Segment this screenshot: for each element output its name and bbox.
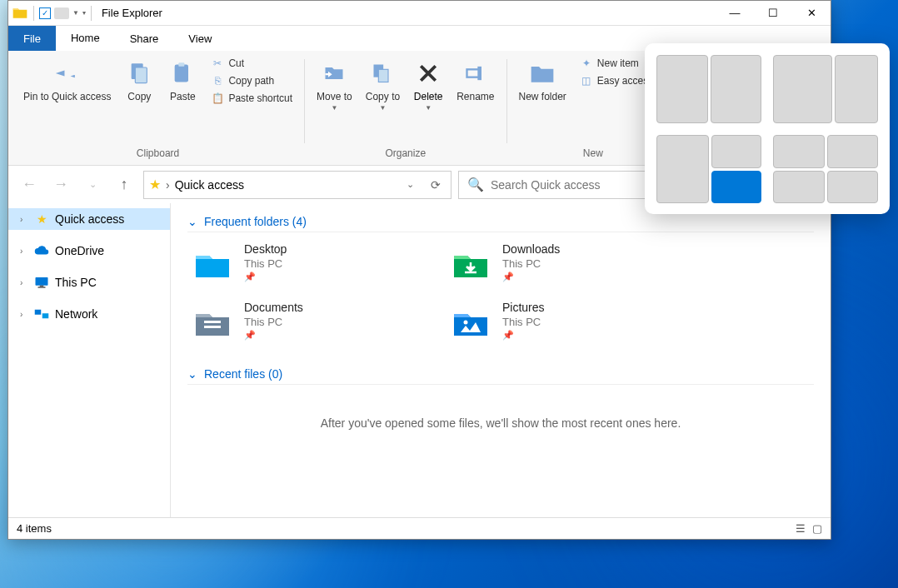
- tab-home[interactable]: Home: [56, 26, 115, 51]
- qat-newfolder-icon[interactable]: [54, 7, 69, 19]
- copypath-button[interactable]: ⎘Copy path: [207, 73, 296, 88]
- svg-rect-13: [42, 313, 49, 318]
- forward-button[interactable]: →: [48, 172, 73, 197]
- chevron-icon[interactable]: ›: [20, 215, 28, 224]
- folder-item[interactable]: Pictures This PC 📌: [446, 297, 679, 347]
- pasteshortcut-button[interactable]: 📋Paste shortcut: [207, 91, 296, 106]
- qat-properties-icon[interactable]: ✓: [39, 7, 51, 19]
- svg-rect-9: [36, 277, 48, 286]
- back-button[interactable]: ←: [17, 172, 42, 197]
- chevron-icon[interactable]: ›: [20, 247, 28, 256]
- delete-icon: [416, 57, 441, 89]
- ribbon-group-organize: Move to▼ Copy to▼ Delete▼ Rename Organiz…: [307, 54, 504, 165]
- qat-dropdown-icon[interactable]: ▼: [72, 9, 79, 17]
- copyto-button[interactable]: Copy to▼: [359, 54, 407, 115]
- chevron-down-icon: ⌄: [187, 367, 197, 381]
- section-frequent-header[interactable]: ⌄ Frequent folders (4): [187, 212, 814, 232]
- svg-point-16: [464, 321, 468, 325]
- sidebar-item-quickaccess[interactable]: › ★ Quick access: [8, 208, 170, 230]
- folder-name: Documents: [244, 301, 303, 314]
- close-button[interactable]: ✕: [792, 1, 831, 26]
- breadcrumb-location[interactable]: Quick access: [175, 178, 244, 192]
- refresh-button[interactable]: ⟳: [426, 178, 446, 192]
- cut-button[interactable]: ✂Cut: [207, 56, 296, 71]
- svg-rect-5: [379, 69, 389, 82]
- chevron-icon[interactable]: ›: [20, 278, 28, 287]
- svg-rect-14: [204, 321, 221, 323]
- folder-icon: [191, 301, 234, 344]
- tab-share[interactable]: Share: [115, 26, 174, 51]
- folder-name: Pictures: [502, 301, 545, 314]
- content-pane: ⌄ Frequent folders (4) Desktop This PC 📌…: [171, 203, 831, 524]
- sidebar-item-onedrive[interactable]: › OneDrive: [8, 240, 170, 262]
- snap-layout-split2-wide[interactable]: [773, 55, 878, 123]
- minimize-button[interactable]: —: [716, 1, 754, 26]
- folder-item[interactable]: Downloads This PC 📌: [446, 239, 679, 289]
- folder-location: This PC: [502, 316, 545, 328]
- pasteshortcut-icon: 📋: [211, 92, 224, 104]
- details-view-button[interactable]: ☰: [796, 522, 806, 535]
- pin-icon: 📌: [502, 330, 545, 341]
- tab-file[interactable]: File: [8, 26, 56, 51]
- folder-name: Desktop: [244, 242, 287, 256]
- newitem-icon: ✦: [580, 57, 593, 69]
- moveto-button[interactable]: Move to▼: [310, 54, 359, 115]
- folder-location: This PC: [244, 316, 303, 328]
- copypath-icon: ⎘: [211, 75, 224, 87]
- svg-rect-3: [179, 62, 185, 67]
- chevron-down-icon: ⌄: [187, 215, 197, 228]
- tab-view[interactable]: View: [173, 26, 227, 51]
- moveto-icon: [322, 57, 346, 89]
- breadcrumb-separator-icon: ›: [166, 178, 170, 192]
- newfolder-icon: [529, 57, 556, 89]
- copy-icon: [127, 57, 151, 89]
- copyto-icon: [371, 57, 394, 89]
- window-title: File Explorer: [102, 7, 162, 19]
- snap-layouts-flyout: [645, 43, 890, 214]
- snap-layout-3col-left[interactable]: [656, 135, 761, 203]
- svg-rect-2: [175, 65, 188, 82]
- paste-icon: [171, 57, 194, 89]
- newfolder-button[interactable]: New folder: [512, 54, 573, 107]
- folder-item[interactable]: Desktop This PC 📌: [187, 239, 421, 289]
- monitor-icon: [33, 276, 50, 289]
- folder-icon: [191, 242, 234, 286]
- recent-empty-message: After you've opened some files, we'll sh…: [187, 391, 814, 455]
- svg-rect-7: [477, 67, 481, 80]
- snap-layout-split2[interactable]: [656, 55, 761, 123]
- folder-item[interactable]: Documents This PC 📌: [187, 297, 421, 347]
- address-dropdown-icon[interactable]: ⌄: [400, 179, 421, 190]
- address-bar[interactable]: ★ › Quick access ⌄ ⟳: [143, 171, 451, 199]
- pin-icon: 📌: [502, 272, 560, 282]
- cloud-icon: [33, 246, 50, 256]
- snap-layout-quad[interactable]: [773, 135, 878, 203]
- qat-customize-icon[interactable]: ▾: [82, 9, 86, 17]
- sidebar-item-network[interactable]: › Network: [8, 303, 170, 325]
- svg-rect-15: [204, 326, 221, 328]
- maximize-button[interactable]: ☐: [754, 1, 792, 26]
- pin-icon: [55, 57, 80, 89]
- sidebar-item-thispc[interactable]: › This PC: [8, 272, 170, 293]
- folder-location: This PC: [502, 257, 560, 270]
- section-recent-header[interactable]: ⌄ Recent files (0): [187, 364, 814, 385]
- folder-icon: [449, 301, 492, 344]
- star-icon: ★: [33, 212, 50, 226]
- easyaccess-icon: ◫: [580, 75, 593, 87]
- pin-icon: 📌: [244, 330, 303, 341]
- copy-button[interactable]: Copy: [117, 54, 161, 107]
- delete-button[interactable]: Delete▼: [407, 54, 450, 115]
- rename-button[interactable]: Rename: [450, 54, 501, 107]
- history-dropdown[interactable]: ⌄: [80, 172, 105, 197]
- folder-location: This PC: [244, 257, 287, 270]
- thumbnails-view-button[interactable]: ▢: [812, 522, 822, 535]
- cut-icon: ✂: [211, 57, 224, 69]
- paste-button[interactable]: Paste: [161, 54, 204, 107]
- chevron-icon[interactable]: ›: [20, 310, 28, 319]
- search-icon: 🔍: [467, 177, 484, 192]
- statusbar: 4 items ☰ ▢: [8, 517, 831, 539]
- status-item-count: 4 items: [17, 522, 52, 535]
- network-icon: [33, 307, 50, 321]
- up-button[interactable]: ↑: [112, 172, 137, 197]
- ribbon-group-clipboard: Pin to Quick access Copy Paste ✂Cut ⎘Cop…: [13, 54, 302, 165]
- pin-quickaccess-button[interactable]: Pin to Quick access: [17, 54, 117, 107]
